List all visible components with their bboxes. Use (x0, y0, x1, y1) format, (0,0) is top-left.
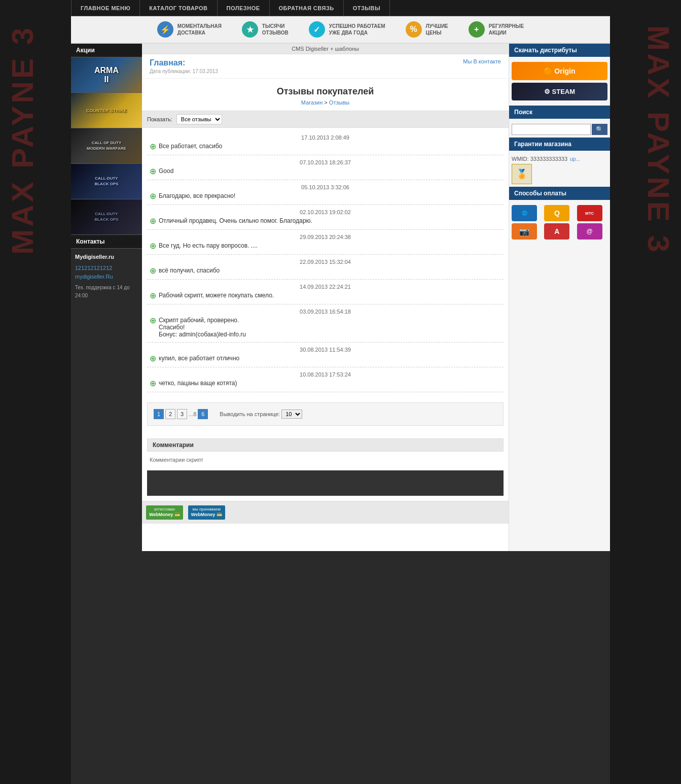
left-sidebar: Акции ARMAII COUNTER STRIKE CALL OF DUTY… (71, 44, 142, 551)
review-4-date: 02.10.2013 19:02:02 (150, 209, 501, 215)
review-6-plus-icon: ⊕ (150, 267, 156, 275)
pay-globe-icon[interactable]: 🌐 (512, 205, 537, 221)
search-title: Поиск (509, 106, 610, 119)
page-2[interactable]: 2 (165, 409, 175, 419)
features-bar: ⚡ МОМЕНТАЛЬНАЯ ДОСТАВКА ★ ТЫСЯЧИ ОТЗЫВОВ… (71, 16, 610, 44)
payment-icons: 🌐 Q МТС 📷 A @ (512, 205, 607, 240)
delivery-icon: ⚡ (157, 21, 173, 38)
review-2-date: 07.10.2013 18:26:37 (150, 159, 501, 165)
contacts-section: Mydigiseller.ru 121212121212 mydigiselle… (71, 249, 142, 304)
reviews-page-title: Отзывы покупателей (142, 79, 509, 99)
wmid-badge: 🏅 (512, 164, 532, 184)
nav-feedback[interactable]: ОБРАТНАЯ СВЯЗЬ (270, 0, 344, 16)
search-button[interactable]: 🔍 (592, 124, 607, 135)
page-header: Главная: Дата публикации: 17.03.2013 Мы … (142, 54, 509, 79)
pay-q-icon[interactable]: Q (544, 205, 569, 221)
origin-icon: 🟠 (544, 67, 552, 75)
vk-link[interactable]: Мы В контакте (463, 58, 501, 64)
top-nav: ГЛАВНОЕ МЕНЮ КАТАЛОГ ТОВАРОВ ПОЛЕЗНОЕ ОБ… (71, 0, 610, 16)
payment-title: Способы оплаты (509, 187, 610, 200)
steam-button[interactable]: ⚙ STEAM (512, 83, 607, 100)
pay-orange-icon[interactable]: 📷 (512, 223, 537, 240)
filter-select[interactable]: Все отзывы (176, 114, 222, 124)
per-page-select[interactable]: 10 (281, 410, 302, 419)
pagination: 1 2 3 ...8 6 Выводить на странице: 10 (154, 409, 497, 419)
review-7-plus-icon: ⊕ (150, 292, 156, 300)
review-10: 10.08.2013 17:53:24 ⊕ четко, пацаны ваще… (147, 367, 504, 392)
review-6-text: ⊕ всё получил, спасибо (150, 267, 501, 275)
review-1: 17.10.2013 2:08:49 ⊕ Все работает, спаси… (147, 130, 504, 155)
banner-cs[interactable]: COUNTER STRIKE (71, 93, 142, 128)
pay-mts-icon[interactable]: МТС (577, 205, 602, 221)
bg-right-text: MAX PAYNE 3 (641, 25, 676, 255)
review-3-date: 05.10.2013 3:32:06 (150, 184, 501, 190)
bg-right: MAX PAYNE 3 (610, 0, 681, 784)
review-10-text: ⊕ четко, пацаны ваще котята) (150, 380, 501, 388)
review-8-text: ⊕ Скрипт рабочий, проверено. Спасибо! Бо… (150, 317, 501, 338)
review-2-plus-icon: ⊕ (150, 167, 156, 176)
site-name: Mydigiseller.ru (75, 253, 138, 262)
guarantee-area: WMID: 333333333333 up... 🏅 (509, 153, 610, 187)
comments-placeholder: Комментарии скрипт (147, 454, 504, 465)
review-4-plus-icon: ⊕ (150, 217, 156, 225)
skype-name[interactable]: mydigiseller.Ru (75, 272, 138, 282)
webmoney-bar: аттестован WebMoney 💳 мы принимаем WebMo… (142, 501, 509, 524)
review-8-multiline: Скрипт рабочий, проверено. Спасибо! Бону… (159, 317, 246, 338)
feature-prices: % ЛУЧШИЕ ЦЕНЫ (406, 21, 448, 38)
right-sidebar: Скачать дистрибуты 🟠 Origin ⚙ STEAM Поис… (509, 44, 610, 551)
review-3-text: ⊕ Благодарю, все прекрасно! (150, 192, 501, 200)
download-title: Скачать дистрибуты (509, 44, 610, 57)
review-6: 22.09.2013 15:32:04 ⊕ всё получил, спаси… (147, 255, 504, 280)
page-1[interactable]: 1 (154, 409, 164, 419)
comments-title: Комментарии (147, 438, 504, 452)
nav-useful[interactable]: ПОЛЕЗНОЕ (218, 0, 270, 16)
bg-left: MAX PAYNE 3 (0, 0, 71, 784)
review-2: 07.10.2013 18:26:37 ⊕ Good (147, 155, 504, 180)
page-title-area: Главная: Дата публикации: 17.03.2013 (150, 58, 218, 74)
review-10-date: 10.08.2013 17:53:24 (150, 371, 501, 378)
reviews-list: 17.10.2013 2:08:49 ⊕ Все работает, спаси… (142, 128, 509, 395)
nav-home[interactable]: ГЛАВНОЕ МЕНЮ (71, 0, 140, 16)
review-5: 29.09.2013 20:24:38 ⊕ Все гуд. Но есть п… (147, 230, 504, 255)
page-dots: ...8 (189, 411, 196, 417)
review-5-plus-icon: ⊕ (150, 242, 156, 250)
nav-catalog[interactable]: КАТАЛОГ ТОВАРОВ (140, 0, 217, 16)
breadcrumb-reviews[interactable]: Отзывы (329, 99, 349, 106)
review-7: 14.09.2013 22:24:21 ⊕ Рабочий скрипт, мо… (147, 280, 504, 304)
review-3: 05.10.2013 3:32:06 ⊕ Благодарю, все прек… (147, 180, 504, 205)
payment-area: 🌐 Q МТС 📷 A @ (509, 202, 610, 242)
page-wrapper: ГЛАВНОЕ МЕНЮ КАТАЛОГ ТОВАРОВ ПОЛЕЗНОЕ ОБ… (71, 0, 610, 784)
banner-cod1[interactable]: CALL·DUTYBLACK OPS (71, 164, 142, 199)
breadcrumb-shop[interactable]: Магазин (301, 99, 322, 106)
pay-a-icon[interactable]: A (544, 223, 569, 240)
banner-cod2[interactable]: CALL·DUTYBLACK OPS (71, 199, 142, 235)
search-row: 🔍 (512, 124, 607, 135)
review-1-plus-icon: ⊕ (150, 143, 156, 151)
feature-promos: + РЕГУЛЯРНЫЕ АКЦИИ (469, 21, 524, 38)
page-3[interactable]: 3 (177, 409, 187, 419)
banner-arma[interactable]: ARMAII (71, 57, 142, 93)
comments-section: Комментарии Комментарии скрипт (142, 433, 509, 501)
search-area: 🔍 (509, 121, 610, 138)
pagination-area: 1 2 3 ...8 6 Выводить на странице: 10 (147, 402, 504, 426)
page-date: Дата публикации: 17.03.2013 (150, 69, 218, 74)
mw-banner-img: CALL OF DUTYMODERN WARFARE (71, 128, 142, 163)
promos-text: РЕГУЛЯРНЫЕ АКЦИИ (489, 23, 524, 36)
banner-mw[interactable]: CALL OF DUTYMODERN WARFARE (71, 128, 142, 164)
page-last[interactable]: 6 (198, 409, 208, 419)
reviews-breadcrumb: Магазин > Отзывы (142, 99, 509, 106)
filter-bar: Показать: Все отзывы (142, 111, 509, 128)
guarantee-title: Гарантии магазина (509, 138, 610, 151)
wm-accept-badge: мы принимаем WebMoney 💳 (188, 505, 225, 520)
filter-label: Показать: (147, 116, 172, 122)
wm-attested-badge: аттестован WebMoney 💳 (146, 505, 183, 520)
origin-button[interactable]: 🟠 Origin (512, 62, 607, 80)
nav-reviews[interactable]: ОТЗЫВЫ (344, 0, 390, 16)
reviews-icon: ★ (242, 21, 258, 38)
pay-mail-icon[interactable]: @ (577, 223, 602, 240)
cod2-banner-img: CALL·DUTYBLACK OPS (71, 199, 142, 234)
review-2-text: ⊕ Good (150, 167, 501, 176)
search-input[interactable] (512, 124, 591, 135)
feature-reviews: ★ ТЫСЯЧИ ОТЗЫВОВ (242, 21, 289, 38)
phone-number[interactable]: 121212121212 (75, 264, 138, 273)
